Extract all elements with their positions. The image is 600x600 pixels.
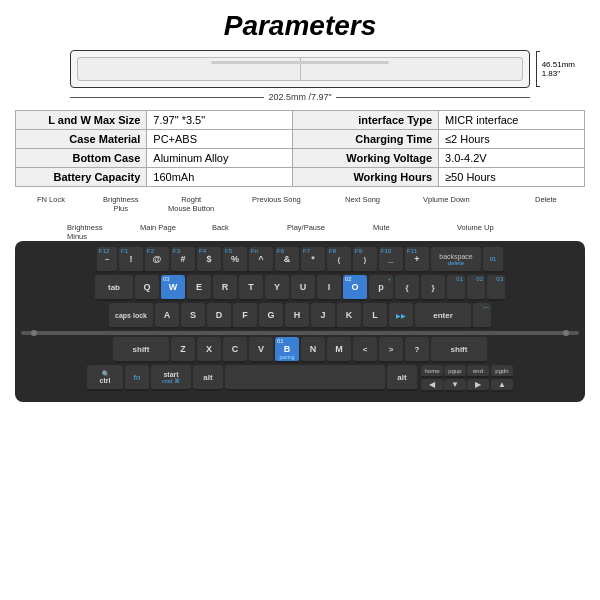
key-b[interactable]: 01 B pairing [275,337,299,363]
vol-down-label: Vplume Down [423,195,470,204]
key-arrow-left[interactable]: ◀ [421,379,443,392]
key-x[interactable]: X [197,337,221,363]
key-p[interactable]: p+ [369,275,393,301]
key-a[interactable]: A [155,303,179,329]
key-q[interactable]: Q [135,275,159,301]
key-8[interactable]: F7* [301,247,325,273]
key-v[interactable]: V [249,337,273,363]
key-r[interactable]: R [213,275,237,301]
key-arrow-right[interactable]: ▶ [467,379,489,392]
key-minus[interactable]: F10_ [379,247,403,273]
param-val1: 7.97" *3.5" [147,111,293,130]
key-3[interactable]: F3# [171,247,195,273]
key-space[interactable] [225,365,385,391]
key-s[interactable]: S [181,303,205,329]
key-plus[interactable]: F11+ [405,247,429,273]
key-g[interactable]: G [259,303,283,329]
key-i[interactable]: I [317,275,341,301]
key-c[interactable]: C [223,337,247,363]
next-song-label: Next Song [345,195,380,204]
key-1[interactable]: F1! [119,247,143,273]
key-pgup[interactable]: pgup [444,365,466,378]
key-rbrace[interactable]: } [421,275,445,301]
key-n[interactable]: N [301,337,325,363]
key-k[interactable]: K [337,303,361,329]
key-tilde[interactable]: F12~ [97,247,117,273]
key-pgdn[interactable]: pgdn [491,365,513,378]
delete-label: Delete [535,195,557,204]
key-t[interactable]: T [239,275,263,301]
key-arrow-up[interactable]: ▲ [491,379,513,392]
key-enter[interactable]: enter [415,303,471,329]
key-f[interactable]: F [233,303,257,329]
qwerty-row: tab Q 03W E R T Y U I 02O p+ { } 01 02 0… [21,275,579,301]
key-z[interactable]: Z [171,337,195,363]
key-ctrl[interactable]: 🔍 ctrl [87,365,123,391]
key-backspace[interactable]: backspace delete [431,247,481,273]
key-r02[interactable]: 03 [487,275,505,301]
fold-divider [21,331,579,335]
key-caps[interactable]: caps lock [109,303,153,329]
key-del[interactable]: 01 [483,247,503,273]
keyboard: F12~ F1! F2@ F3# F4$ F5% Fn^ F6& F7* F8(… [15,241,585,402]
param-label1: Case Material [16,130,147,149]
key-cmd[interactable]: start cmd ⌘ [151,365,191,391]
back-label: Back [212,223,229,232]
key-alt-r[interactable]: alt [387,365,417,391]
param-label2: Working Hours [293,168,439,187]
key-shift-r[interactable]: shift [431,337,487,363]
param-val2: ≤2 Hours [439,130,585,149]
table-row: L and W Max Size 7.97" *3.5" interface T… [16,111,585,130]
key-y[interactable]: Y [265,275,289,301]
key-j[interactable]: J [311,303,335,329]
param-val1: Aluminum Alloy [147,149,293,168]
key-lbrace[interactable]: { [395,275,419,301]
key-r01[interactable]: 02 [467,275,485,301]
key-w[interactable]: 03W [161,275,185,301]
param-val1: PC+ABS [147,130,293,149]
keyboard-labels-area: FN Lock BrightnessPlus RoghtMouse Button… [15,195,585,402]
key-qmark[interactable]: ? [405,337,429,363]
key-m[interactable]: M [327,337,351,363]
table-row: Battery Capacity 160mAh Working Hours ≥5… [16,168,585,187]
key-o[interactable]: 02O [343,275,367,301]
key-tab[interactable]: tab [95,275,133,301]
key-alt-l[interactable]: alt [193,365,223,391]
key-h[interactable]: H [285,303,309,329]
key-0[interactable]: F9) [353,247,377,273]
key-5[interactable]: F5% [223,247,247,273]
key-semi[interactable]: ▶▶ [389,303,413,329]
key-e[interactable]: E [187,275,211,301]
key-pipe[interactable]: 01 [447,275,465,301]
key-shift-l[interactable]: shift [113,337,169,363]
play-pause-label: Play/Pause [287,223,325,232]
key-arrow-down[interactable]: ▼ [444,379,466,392]
param-label1: Bottom Case [16,149,147,168]
key-7[interactable]: F6& [275,247,299,273]
key-fn[interactable]: fn [125,365,149,391]
key-gt[interactable]: > [379,337,403,363]
key-4[interactable]: F4$ [197,247,221,273]
brightness-plus-label: BrightnessPlus [103,195,138,213]
main-page-label: Main Page [140,223,176,232]
key-end[interactable]: end [467,365,489,378]
param-label1: L and W Max Size [16,111,147,130]
vol-up-label: Volume Up [457,223,494,232]
key-l[interactable]: L [363,303,387,329]
param-label2: Charging Time [293,130,439,149]
param-val2: MICR interface [439,111,585,130]
key-r03[interactable]: — [473,303,491,329]
fn-row: F12~ F1! F2@ F3# F4$ F5% Fn^ F6& F7* F8(… [21,247,579,273]
key-u[interactable]: U [291,275,315,301]
key-6[interactable]: Fn^ [249,247,273,273]
params-table: L and W Max Size 7.97" *3.5" interface T… [15,110,585,187]
page: Parameters 46.51mm 1.83" [0,0,600,600]
key-home[interactable]: home [421,365,443,378]
key-2[interactable]: F2@ [145,247,169,273]
right-mouse-label: RoghtMouse Button [168,195,214,213]
height-dimension: 46.51mm 1.83" [542,60,575,78]
key-lt[interactable]: < [353,337,377,363]
key-9[interactable]: F8( [327,247,351,273]
key-d[interactable]: D [207,303,231,329]
brightness-minus-label: BrightnessMinus [67,223,102,241]
